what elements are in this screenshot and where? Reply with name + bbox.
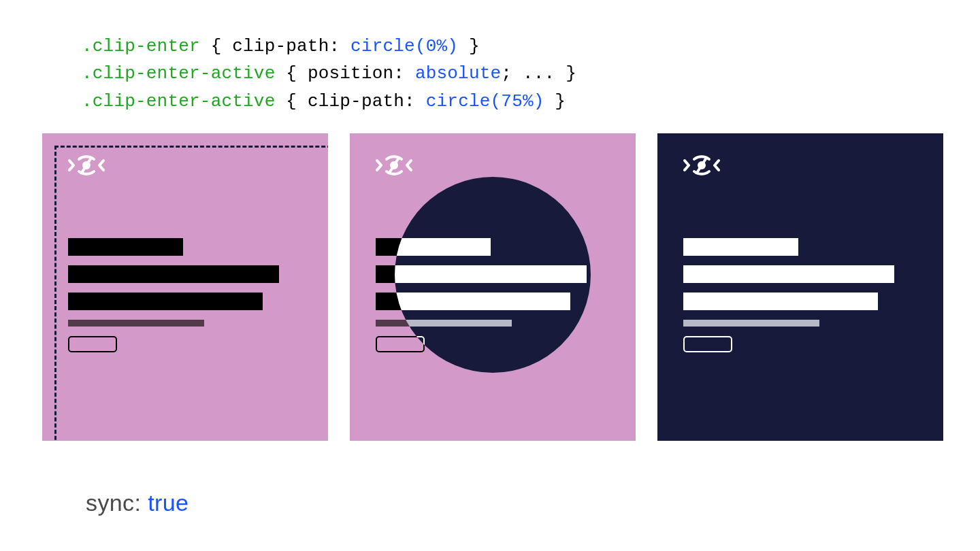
selector: .clip-enter-active — [82, 63, 275, 84]
caption-label: sync — [86, 490, 135, 516]
skeleton-bar — [68, 265, 279, 283]
skeleton-button — [68, 336, 117, 352]
code-line-3: .clip-enter-active { clip-path: circle(7… — [82, 88, 576, 115]
selector: .clip-enter-active — [82, 91, 275, 112]
skeleton-bar — [68, 238, 183, 256]
heading-skeleton — [68, 238, 302, 352]
code-line-1: .clip-enter { clip-path: circle(0%) } — [82, 33, 576, 60]
panel-state-2 — [350, 133, 636, 441]
dark-card — [657, 133, 943, 441]
css-code-block: .clip-enter { clip-path: circle(0%) } .c… — [82, 33, 576, 115]
svg-point-7 — [698, 161, 706, 169]
skeleton-bar — [683, 293, 878, 310]
panel-row — [42, 133, 943, 441]
skeleton-bar — [376, 265, 587, 283]
svg-point-3 — [390, 161, 398, 169]
caption-value: true — [148, 490, 189, 516]
skeleton-bar — [376, 293, 570, 310]
svg-point-1 — [82, 161, 91, 169]
skeleton-bar — [683, 265, 894, 283]
skeleton-button — [683, 336, 732, 352]
eye-slash-icon — [683, 154, 720, 177]
code-line-2: .clip-enter-active { position: absolute;… — [82, 60, 576, 87]
panel-state-3 — [657, 133, 943, 441]
skeleton-subbar — [68, 320, 204, 327]
selector: .clip-enter — [82, 36, 200, 56]
light-card — [42, 133, 328, 441]
heading-skeleton — [683, 238, 917, 352]
skeleton-bar — [683, 238, 798, 256]
eye-slash-icon — [376, 154, 412, 177]
sync-caption: sync: true — [86, 490, 189, 516]
skeleton-subbar — [683, 320, 819, 327]
skeleton-button — [376, 336, 425, 352]
eye-slash-icon — [68, 154, 105, 177]
panel-state-1 — [42, 133, 328, 441]
skeleton-bar — [68, 293, 263, 310]
